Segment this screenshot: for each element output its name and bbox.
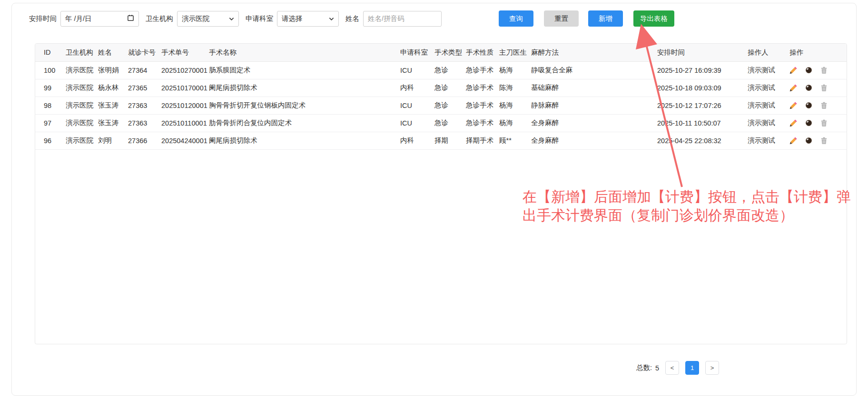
column-header: 操作 (789, 44, 847, 61)
cell-surgeon: 杨海 (499, 114, 531, 132)
cell-operator: 演示测试 (748, 114, 789, 132)
reset-button[interactable]: 重置 (544, 10, 579, 27)
cell-dept: 内科 (400, 132, 434, 149)
date-filter-label: 安排时间 (29, 14, 57, 23)
column-header: 操作人 (748, 44, 789, 61)
cell-surgery: 阑尾病损切除术 (209, 79, 400, 97)
org-filter-label: 卫生机构 (146, 14, 173, 23)
column-header: 卫生机构 (66, 44, 98, 61)
cell-type: 择期 (434, 132, 466, 149)
add-button[interactable]: 新增 (588, 10, 623, 27)
dept-select-value: 请选择 (282, 14, 303, 23)
cell-time: 2025-04-25 22:08:32 (657, 132, 748, 149)
view-icon[interactable] (805, 119, 813, 127)
cell-type: 急诊 (434, 114, 466, 132)
cell-time: 2025-10-12 17:07:26 (657, 97, 748, 114)
surgery-schedule-page: { "filter": { "date_label": "安排时间", "dat… (0, 0, 868, 399)
query-button[interactable]: 查询 (499, 10, 533, 27)
name-search-input[interactable] (363, 11, 442, 27)
cell-name: 张玉涛 (98, 97, 128, 114)
row-actions (789, 114, 847, 132)
row-actions (789, 97, 847, 114)
cell-order_no: 202510170001 (161, 79, 209, 97)
org-select[interactable]: 演示医院 (177, 11, 239, 27)
cell-anesthesia: 全身麻醉 (531, 132, 657, 149)
delete-icon[interactable] (820, 136, 828, 145)
cell-surgery: 肋骨骨折闭合复位内固定术 (209, 114, 400, 132)
export-button[interactable]: 导出表格 (633, 10, 674, 27)
pagination: 总数: 5 < 1 > (636, 361, 719, 375)
column-header: 就诊卡号 (128, 44, 161, 61)
table-row: 96演示医院刘明27366202504240001阑尾病损切除术内科择期择期手术… (35, 132, 847, 149)
column-header: 手术单号 (161, 44, 209, 61)
calendar-icon[interactable] (127, 14, 134, 23)
column-header: 申请科室 (400, 44, 434, 61)
column-header: 姓名 (98, 44, 128, 61)
annotation-line1: 在【新增】后面增加【计费】按钮，点击【计费】弹 (523, 187, 851, 206)
cell-surgery: 胸骨骨折切开复位钢板内固定术 (209, 97, 400, 114)
cell-card_no: 27364 (128, 61, 161, 79)
date-input[interactable]: 年 /月/日 (60, 11, 139, 27)
cell-org: 演示医院 (66, 97, 98, 114)
table-row: 99演示医院杨永林27365202510170001阑尾病损切除术内科急诊急诊手… (35, 79, 847, 97)
cell-anesthesia: 静吸复合全麻 (531, 61, 657, 79)
cell-type: 急诊 (434, 97, 466, 114)
cell-time: 2025-10-11 10:50:07 (657, 114, 748, 132)
edit-icon[interactable] (789, 101, 798, 109)
cell-id: 98 (35, 97, 66, 114)
filter-bar: 安排时间 年 /月/日 卫生机构 演示医院 申请科室 请选择 姓名 查询 重置 … (29, 10, 674, 27)
cell-dept: ICU (400, 61, 434, 79)
total-label: 总数: (636, 363, 652, 372)
column-header: 安排时间 (657, 44, 748, 61)
cell-order_no: 202504240001 (161, 132, 209, 149)
dept-select[interactable]: 请选择 (277, 11, 339, 27)
edit-icon[interactable] (789, 66, 798, 74)
org-select-value: 演示医院 (182, 14, 209, 23)
current-page-button[interactable]: 1 (685, 361, 699, 375)
edit-icon[interactable] (789, 119, 798, 127)
chevron-down-icon (229, 15, 234, 22)
delete-icon[interactable] (820, 66, 828, 74)
cell-surgeon: 陈海 (499, 79, 531, 97)
cell-time: 2025-10-18 09:03:09 (657, 79, 748, 97)
next-page-button[interactable]: > (705, 361, 719, 375)
name-filter-label: 姓名 (345, 14, 359, 23)
prev-page-button[interactable]: < (665, 361, 679, 375)
cell-order_no: 202510270001 (161, 61, 209, 79)
column-header: ID (35, 44, 66, 61)
cell-operator: 演示测试 (748, 79, 789, 97)
cell-card_no: 27363 (128, 114, 161, 132)
view-icon[interactable] (805, 136, 813, 145)
delete-icon[interactable] (820, 84, 828, 92)
edit-icon[interactable] (789, 84, 798, 92)
row-actions (789, 61, 847, 79)
cell-org: 演示医院 (66, 79, 98, 97)
cell-org: 演示医院 (66, 114, 98, 132)
table-row: 100演示医院张明娟27364202510270001肠系膜固定术ICU急诊急诊… (35, 61, 847, 79)
delete-icon[interactable] (820, 119, 828, 127)
view-icon[interactable] (805, 101, 813, 109)
cell-nature: 急诊手术 (466, 61, 499, 79)
column-header: 手术名称 (209, 44, 400, 61)
delete-icon[interactable] (820, 101, 828, 109)
column-header: 手术类型 (434, 44, 466, 61)
cell-surgeon: 顾** (499, 132, 531, 149)
total-count: 5 (655, 364, 659, 372)
view-icon[interactable] (805, 84, 813, 92)
cell-nature: 急诊手术 (466, 97, 499, 114)
cell-id: 97 (35, 114, 66, 132)
cell-card_no: 27366 (128, 132, 161, 149)
cell-operator: 演示测试 (748, 132, 789, 149)
cell-order_no: 202510120001 (161, 97, 209, 114)
cell-type: 急诊 (434, 79, 466, 97)
cell-anesthesia: 静脉麻醉 (531, 97, 657, 114)
view-icon[interactable] (805, 66, 813, 74)
annotation-note: 在【新增】后面增加【计费】按钮，点击【计费】弹 出手术计费界面（复制门诊划价界面… (523, 187, 851, 224)
edit-icon[interactable] (789, 136, 798, 145)
cell-order_no: 202510110001 (161, 114, 209, 132)
cell-time: 2025-10-27 16:09:39 (657, 61, 748, 79)
cell-dept: ICU (400, 97, 434, 114)
cell-name: 张玉涛 (98, 114, 128, 132)
cell-dept: ICU (400, 114, 434, 132)
date-input-value: 年 /月/日 (65, 14, 92, 23)
